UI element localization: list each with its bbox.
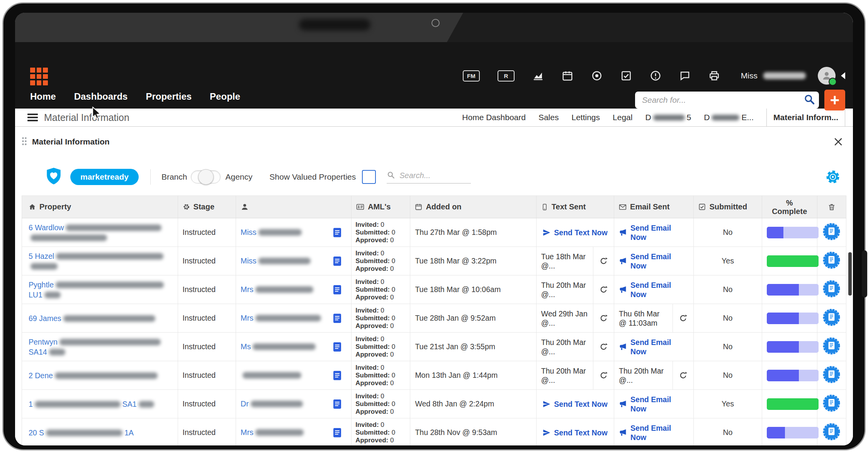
material-info-action-button[interactable] (822, 423, 841, 441)
property-link[interactable]: 6 Wardlow (29, 223, 173, 243)
col-header-added-on[interactable]: Added on (410, 196, 536, 218)
tab-redacted-1[interactable]: D5 (645, 109, 691, 126)
added-on-cell: Mon 13th Jan @ 1:44pm (410, 361, 536, 390)
close-panel-button[interactable] (833, 137, 843, 147)
col-header-contact[interactable] (236, 196, 351, 218)
property-link[interactable]: PyghtleLU1 (29, 280, 173, 300)
notes-document-icon[interactable] (333, 256, 342, 267)
col-header-complete[interactable]: %Complete (762, 196, 817, 218)
resend-refresh-button[interactable] (593, 275, 614, 304)
notes-document-icon[interactable] (333, 427, 342, 438)
branch-agency-toggle[interactable] (191, 170, 221, 184)
contact-link[interactable]: Miss (241, 228, 304, 236)
nav-item-home[interactable]: Home (30, 91, 56, 102)
contact-link[interactable] (241, 371, 303, 379)
resend-refresh-button[interactable] (593, 304, 614, 332)
nav-item-properties[interactable]: Properties (146, 91, 192, 102)
fm-app-icon[interactable]: FM (463, 70, 480, 82)
property-link[interactable]: 1SA1 (29, 399, 173, 409)
redacted-text (46, 430, 122, 436)
add-new-button[interactable]: + (824, 90, 845, 110)
material-info-action-button[interactable] (822, 251, 841, 269)
property-link[interactable]: PentwynSA14 (29, 337, 173, 357)
nav-item-people[interactable]: People (210, 91, 240, 102)
global-search-input[interactable] (641, 95, 803, 105)
tab-lettings[interactable]: Lettings (571, 109, 600, 126)
messages-icon[interactable] (679, 70, 691, 82)
redacted-text (255, 286, 313, 293)
browser-tab[interactable] (15, 13, 463, 42)
send-text-now-link[interactable]: Send Text Now (537, 218, 614, 246)
send-text-now-link[interactable]: Send Text Now (537, 390, 614, 418)
tab-material-information[interactable]: Material Inform... (766, 109, 845, 126)
notes-document-icon[interactable] (333, 227, 342, 238)
calendar-icon[interactable] (562, 70, 573, 82)
contact-link[interactable]: Dr (241, 399, 305, 408)
app-grid-logo-icon[interactable] (30, 68, 48, 85)
show-valued-checkbox[interactable] (362, 170, 376, 184)
notes-document-icon[interactable] (333, 313, 342, 324)
notes-document-icon[interactable] (333, 342, 342, 352)
send-email-now-link[interactable]: Send Email Now (614, 390, 693, 418)
contact-link[interactable]: Ms (241, 342, 318, 351)
alerts-icon[interactable] (650, 70, 661, 82)
target-icon[interactable] (591, 70, 603, 82)
col-header-submitted[interactable]: Submitted (694, 196, 762, 218)
tab-home-dashboard[interactable]: Home Dashboard (462, 109, 526, 126)
material-info-action-button[interactable] (822, 365, 841, 384)
property-link[interactable]: 20 S1A (29, 428, 173, 438)
scrollbar-thumb[interactable] (848, 252, 852, 296)
print-icon[interactable] (708, 70, 720, 82)
nav-item-dashboards[interactable]: Dashboards (74, 91, 128, 102)
contact-link[interactable]: Miss (241, 257, 313, 265)
notes-document-icon[interactable] (333, 284, 342, 295)
material-info-action-button[interactable] (822, 337, 841, 355)
stage-cell: Instructed (178, 247, 236, 275)
notes-document-icon[interactable] (333, 399, 342, 410)
toggle-knob[interactable] (198, 169, 214, 185)
material-info-action-button[interactable] (822, 223, 841, 241)
contact-link[interactable]: Mrs (241, 285, 315, 294)
search-icon[interactable] (803, 93, 815, 107)
contact-link[interactable]: Mrs (241, 428, 306, 437)
area-chart-icon[interactable] (532, 70, 544, 82)
collapse-caret-icon[interactable] (841, 72, 845, 79)
send-email-now-link[interactable]: Send Email Now (614, 418, 693, 445)
tab-sales[interactable]: Sales (538, 109, 559, 126)
col-header-text-sent[interactable]: Text Sent (536, 196, 614, 218)
contact-link[interactable]: Mrs (241, 314, 323, 322)
send-email-now-link[interactable]: Send Email Now (614, 333, 693, 361)
drag-handle-icon[interactable] (22, 137, 27, 147)
resend-refresh-button[interactable] (673, 304, 693, 332)
avatar[interactable] (818, 67, 836, 85)
send-email-now-link[interactable]: Send Email Now (614, 275, 693, 304)
marketready-button[interactable]: marketready (70, 169, 139, 185)
resend-refresh-button[interactable] (593, 333, 614, 361)
property-link[interactable]: 2 Dene (29, 370, 173, 381)
send-text-now-link[interactable]: Send Text Now (537, 418, 614, 445)
resend-refresh-button[interactable] (593, 361, 614, 389)
hamburger-menu-icon[interactable] (27, 114, 38, 126)
resend-refresh-button[interactable] (593, 247, 614, 275)
r-portal-icon[interactable]: R (498, 70, 515, 82)
material-info-action-button[interactable] (822, 308, 841, 326)
notes-document-icon[interactable] (333, 370, 342, 381)
settings-gear-icon[interactable] (825, 169, 841, 185)
material-info-action-button[interactable] (822, 280, 841, 298)
tab-redacted-2[interactable]: DE... (704, 109, 754, 126)
table-search-input[interactable] (399, 171, 466, 180)
col-header-stage[interactable]: Stage (178, 196, 236, 218)
send-email-now-link[interactable]: Send Email Now (614, 218, 693, 246)
tab-legal[interactable]: Legal (613, 109, 632, 126)
col-header-amls[interactable]: AML's (352, 196, 410, 218)
col-header-email-sent[interactable]: Email Sent (614, 196, 694, 218)
resend-refresh-button[interactable] (673, 361, 693, 389)
user-name[interactable]: Miss (741, 71, 808, 80)
send-email-now-link[interactable]: Send Email Now (614, 247, 693, 275)
property-link[interactable]: 5 Hazel (29, 251, 173, 271)
property-link[interactable]: 69 James (29, 313, 173, 323)
col-header-property[interactable]: Property (22, 196, 178, 218)
tasks-check-icon[interactable] (620, 70, 632, 82)
col-header-delete[interactable] (817, 196, 846, 218)
material-info-action-button[interactable] (822, 394, 841, 412)
